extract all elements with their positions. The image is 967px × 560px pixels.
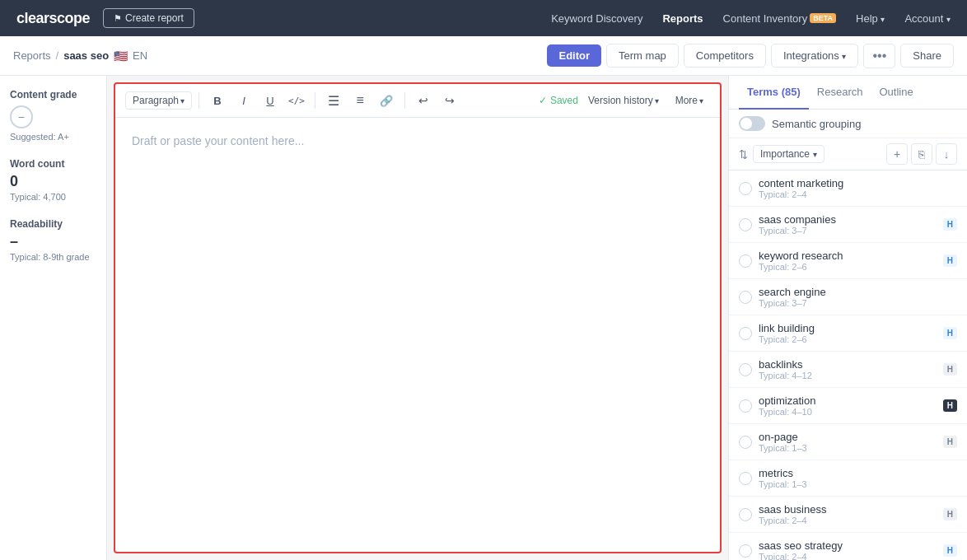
term-checkbox[interactable]: [739, 436, 752, 449]
sort-row: ⇅ Importance ▾ + ⎘ ↓: [729, 138, 967, 170]
logo[interactable]: clearscope: [16, 10, 90, 27]
tab-research[interactable]: Research: [809, 76, 871, 110]
reports-breadcrumb-link[interactable]: Reports: [13, 49, 51, 62]
top-nav-links: Keyword Discovery Reports Content Invent…: [551, 12, 951, 25]
undo-button[interactable]: ↩: [412, 89, 435, 112]
numbered-list-button[interactable]: ≡: [348, 89, 371, 112]
competitors-button[interactable]: Competitors: [684, 44, 766, 68]
semantic-grouping-row: Semantic grouping: [729, 110, 967, 138]
term-item: link building Typical: 2–6 H: [729, 315, 967, 352]
code-button[interactable]: </>: [285, 89, 308, 112]
sub-nav-actions: Editor Term map Competitors Integrations…: [547, 44, 954, 68]
sort-selector[interactable]: Importance ▾: [753, 145, 825, 163]
term-name: backlinks: [759, 358, 937, 371]
semantic-grouping-label: Semantic grouping: [772, 118, 861, 130]
terms-list: content marketing Typical: 2–4 saas comp…: [729, 170, 967, 560]
term-checkbox[interactable]: [739, 254, 752, 268]
right-panel: Terms (85) Research Outline Semantic gro…: [728, 76, 967, 560]
term-checkbox[interactable]: [739, 291, 752, 304]
term-info: keyword research Typical: 2–6: [759, 250, 937, 272]
term-item: saas seo strategy Typical: 2–4 H: [729, 533, 967, 560]
tab-outline[interactable]: Outline: [871, 76, 921, 110]
semantic-toggle[interactable]: [739, 116, 765, 131]
term-checkbox[interactable]: [739, 182, 752, 195]
nav-reports[interactable]: Reports: [662, 12, 703, 25]
current-report-title: saas seo: [63, 49, 109, 62]
sort-actions: + ⎘ ↓: [886, 143, 957, 165]
nav-help[interactable]: Help ▾: [856, 12, 885, 25]
term-checkbox[interactable]: [739, 327, 752, 340]
sort-filter-icon: ⇅: [739, 148, 748, 161]
tab-terms[interactable]: Terms (85): [739, 76, 809, 110]
grade-suggested: Suggested: A+: [10, 132, 96, 142]
term-item: saas business Typical: 2–4 H: [729, 497, 967, 533]
download-terms-button[interactable]: ↓: [936, 143, 957, 165]
term-checkbox[interactable]: [739, 508, 752, 521]
more-dots-button[interactable]: •••: [863, 44, 895, 68]
bold-button[interactable]: B: [206, 89, 229, 112]
term-typical: Typical: 2–6: [759, 334, 937, 344]
version-history-button[interactable]: Version history ▾: [582, 92, 666, 109]
language-code: EN: [133, 49, 147, 62]
editor-area: Paragraph ▾ B I U </> ☰ ≡: [114, 82, 722, 553]
editor-tab-button[interactable]: Editor: [547, 44, 601, 67]
more-button[interactable]: More ▾: [669, 92, 710, 109]
readability-value: –: [10, 233, 96, 250]
term-checkbox[interactable]: [739, 363, 752, 376]
version-dropdown-icon: ▾: [655, 96, 659, 105]
term-info: optimization Typical: 4–10: [759, 394, 937, 417]
term-checkbox[interactable]: [739, 544, 752, 558]
saved-indicator: ✓ Saved: [539, 95, 578, 106]
grade-circle: –: [10, 105, 33, 128]
create-report-button[interactable]: ⚑ Create report: [103, 8, 194, 28]
underline-button[interactable]: U: [259, 89, 282, 112]
sort-dropdown-icon: ▾: [813, 150, 817, 159]
bullet-list-button[interactable]: ☰: [322, 89, 345, 112]
term-item: backlinks Typical: 4–12 H: [729, 352, 967, 388]
word-count-label: Word count: [10, 158, 96, 170]
content-grade-section: Content grade – Suggested: A+: [10, 89, 96, 142]
link-button[interactable]: 🔗: [375, 89, 398, 112]
term-name: saas seo strategy: [759, 539, 937, 552]
saved-label: Saved: [550, 95, 578, 106]
toolbar-divider-1: [199, 92, 199, 109]
term-name: metrics: [759, 467, 957, 479]
editor-content[interactable]: Draft or paste your content here...: [115, 118, 720, 552]
term-name: optimization: [759, 394, 937, 407]
format-dropdown-icon: ▾: [180, 96, 185, 105]
term-checkbox[interactable]: [739, 472, 752, 485]
term-info: content marketing Typical: 2–4: [759, 177, 957, 199]
nav-account[interactable]: Account ▾: [904, 12, 951, 25]
add-term-button[interactable]: +: [886, 143, 908, 165]
term-item: metrics Typical: 1–3: [729, 460, 967, 497]
format-selector[interactable]: Paragraph ▾: [125, 91, 192, 110]
term-item: search engine Typical: 3–7: [729, 279, 967, 315]
word-count-typical: Typical: 4,700: [10, 192, 96, 202]
term-item: on-page Typical: 1–3 H: [729, 424, 967, 460]
term-badge: H: [943, 544, 957, 557]
term-badge: H: [943, 254, 957, 267]
term-typical: Typical: 1–3: [759, 443, 937, 453]
term-info: saas business Typical: 2–4: [759, 503, 937, 525]
term-typical: Typical: 3–7: [759, 226, 937, 236]
content-grade-label: Content grade: [10, 89, 96, 100]
create-report-label: Create report: [125, 12, 184, 24]
copy-terms-button[interactable]: ⎘: [911, 143, 932, 165]
term-checkbox[interactable]: [739, 218, 752, 231]
term-info: saas companies Typical: 3–7: [759, 213, 937, 236]
term-info: on-page Typical: 1–3: [759, 431, 937, 453]
term-typical: Typical: 2–4: [759, 189, 957, 199]
nav-content-inventory[interactable]: Content Inventory BETA: [723, 12, 836, 25]
term-checkbox[interactable]: [739, 399, 752, 413]
term-map-button[interactable]: Term map: [606, 44, 679, 68]
term-name: link building: [759, 322, 937, 334]
term-info: backlinks Typical: 4–12: [759, 358, 937, 380]
integrations-button[interactable]: Integrations ▾: [771, 44, 859, 68]
share-button[interactable]: Share: [900, 44, 954, 68]
nav-keyword-discovery[interactable]: Keyword Discovery: [551, 12, 642, 25]
redo-button[interactable]: ↪: [438, 89, 461, 112]
italic-button[interactable]: I: [232, 89, 255, 112]
term-info: link building Typical: 2–6: [759, 322, 937, 344]
term-badge: H: [943, 436, 957, 448]
term-info: search engine Typical: 3–7: [759, 286, 957, 308]
